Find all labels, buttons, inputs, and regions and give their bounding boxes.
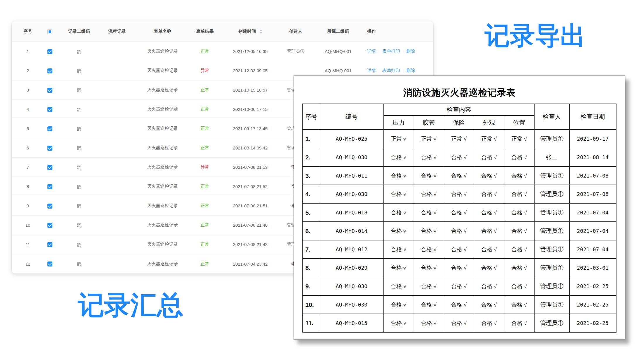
inspection-row: 7.AQ-MHQ-012合格 √合格 √合格 √合格 √合格 √管理员①2021… [303,240,616,259]
col-header-qr: 记录二维码 [61,29,97,34]
delete-link[interactable]: 删除 [406,68,415,73]
inspection-row: 11.AQ-MHQ-015合格 √合格 √合格 √合格 √合格 √管理员①202… [303,314,616,332]
qr-code-icon[interactable] [77,223,82,228]
created-time: 2021-07-08 21:51 [222,203,278,208]
pressure-check: 合格 √ [383,185,414,203]
position-check: 合格 √ [504,222,534,240]
sheet-row-index: 1. [303,130,320,148]
detail-link[interactable]: 详情 [367,68,376,73]
appearance-check: 合格 √ [474,203,504,222]
row-index: 12 [12,261,38,266]
row-checkbox[interactable] [47,146,52,151]
col-header-form-name: 表单名称 [138,29,187,34]
row-checkbox[interactable] [47,223,52,228]
qr-code-icon[interactable] [77,242,82,247]
created-time: 2021-12-03 09:05 [222,68,278,73]
row-checkbox[interactable] [47,49,52,54]
extinguisher-code: AQ-MHQ-025 [320,130,383,148]
sheet-row-index: 2. [303,148,320,166]
row-qr-cell [61,126,97,131]
form-result-badge: 正常 [187,242,222,247]
position-check: 正常 √ [504,130,534,148]
extinguisher-code: AQ-MHQ-011 [320,166,383,185]
safety-pin-check: 合格 √ [444,166,474,185]
sheet-col-pressure: 压力 [383,116,414,130]
pressure-check: 合格 √ [383,203,414,222]
qr-code-icon[interactable] [77,146,82,151]
row-checkbox[interactable] [47,107,52,112]
row-qr-cell [61,68,97,73]
qr-code-icon[interactable] [77,49,82,54]
row-checkbox-cell [38,203,61,209]
inspection-table: 序号 编号 检查内容 检查人 检查日期 压力 胶管 保险 外观 位置 1.AQ-… [302,104,616,333]
pressure-check: 合格 √ [383,148,414,166]
row-checkbox[interactable] [47,165,52,170]
pressure-check: 合格 √ [383,295,414,314]
row-actions: 详情|表单打印|删除 [363,68,433,73]
qr-code-icon[interactable] [77,261,82,266]
row-checkbox[interactable] [47,204,52,209]
qr-code-icon[interactable] [77,88,82,93]
created-time: 2021-07-08 21:48 [222,223,278,228]
created-time: 2021-10-06 17:15 [222,107,278,112]
hose-check: 合格 √ [414,277,444,295]
position-check: 合格 √ [504,314,534,332]
form-result-badge: 正常 [187,222,222,228]
row-checkbox-cell [38,242,61,247]
form-print-link[interactable]: 表单打印 [382,49,400,54]
inspection-date: 2021-08-14 [569,148,616,166]
safety-pin-check: 合格 √ [444,259,474,277]
hose-check: 合格 √ [414,314,444,332]
qr-code-icon[interactable] [77,165,82,170]
inspection-row: 1.AQ-MHQ-025正常 √正常 √正常 √正常 √正常 √管理员①2021… [303,130,616,148]
extinguisher-code: AQ-MHQ-018 [320,203,383,222]
row-checkbox[interactable] [47,184,52,189]
delete-link[interactable]: 删除 [406,49,415,54]
safety-pin-check: 合格 √ [444,185,474,203]
col-header-owner-qr: 所属二维码 [313,29,363,34]
position-check: 合格 √ [504,277,534,295]
action-separator: | [378,68,380,73]
col-header-index: 序号 [12,29,38,34]
row-index: 3 [12,87,38,92]
row-checkbox-cell [38,145,61,151]
created-header-label: 创建时间 [238,29,256,34]
safety-pin-check: 正常 √ [444,130,474,148]
row-checkbox[interactable] [47,68,52,73]
row-checkbox[interactable] [47,261,52,266]
sheet-col-date: 检查日期 [569,104,616,130]
appearance-check: 合格 √ [474,222,504,240]
qr-code-icon[interactable] [77,184,82,189]
position-check: 合格 √ [504,240,534,259]
qr-code-icon[interactable] [77,126,82,131]
form-name: 灭火器巡检记录 [138,242,187,247]
sheet-row-index: 10. [303,295,320,314]
owner-qr-code: AQ-MHQ-001 [313,49,363,54]
row-checkbox[interactable] [47,242,52,247]
qr-code-icon[interactable] [77,107,82,112]
sheet-col-check-content: 检查内容 [383,104,534,116]
position-check: 合格 √ [504,185,534,203]
form-print-link[interactable]: 表单打印 [382,68,400,73]
row-checkbox[interactable] [47,88,52,93]
inspection-date: 2021-09-17 [569,130,616,148]
inspection-row: 4.AQ-MHQ-030合格 √合格 √合格 √合格 √合格 √管理员①2021… [303,185,616,203]
inspection-date: 2021-07-04 [569,203,616,222]
select-all-checkbox[interactable] [47,29,52,34]
row-checkbox-cell [38,261,61,267]
row-actions: 详情|表单打印|删除 [363,49,433,54]
form-result-badge: 正常 [187,87,222,93]
row-index: 10 [12,223,38,228]
inspection-sheet-card: 消防设施灭火器巡检记录表 序号 编号 检查内容 检查人 检查日期 压力 胶管 保… [294,75,625,340]
records-table-header: 序号 记录二维码 流程记录 表单名称 表单结果 创建时间 创建人 所属二维码 操… [12,21,433,42]
row-index: 4 [12,107,38,112]
qr-code-icon[interactable] [77,68,82,73]
sort-caret-icon[interactable] [259,30,262,34]
row-qr-cell [61,87,97,93]
qr-code-icon[interactable] [77,204,82,209]
created-time: 2021-07-08 21:48 [222,242,278,247]
detail-link[interactable]: 详情 [367,49,376,54]
row-checkbox[interactable] [47,126,52,131]
row-checkbox-cell [38,49,61,54]
appearance-check: 合格 √ [474,148,504,166]
